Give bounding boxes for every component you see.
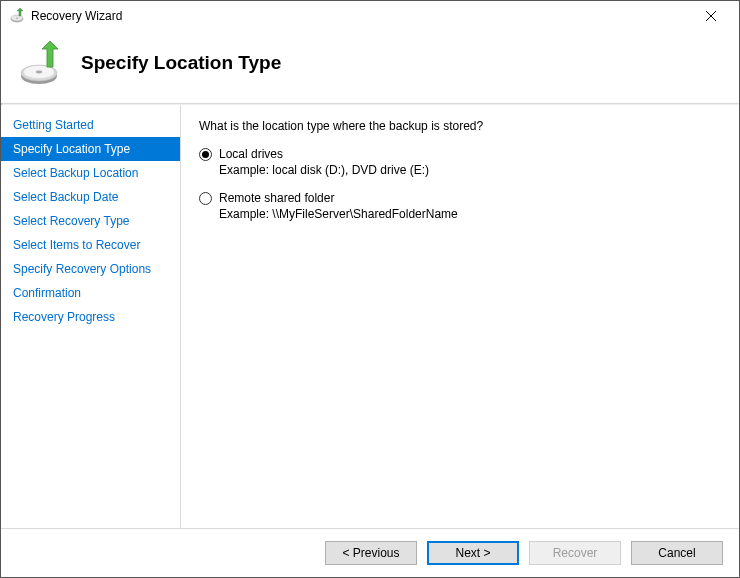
- radio-icon: [199, 192, 212, 205]
- svg-point-8: [36, 71, 42, 74]
- sidebar-item-select-items-to-recover[interactable]: Select Items to Recover: [1, 233, 180, 257]
- sidebar-item-specify-location-type[interactable]: Specify Location Type: [1, 137, 180, 161]
- example-local-drives: Example: local disk (D:), DVD drive (E:): [219, 163, 721, 177]
- radio-option-local-drives[interactable]: Local drives: [199, 147, 721, 161]
- recover-button: Recover: [529, 541, 621, 565]
- wizard-header: Specify Location Type: [1, 31, 739, 103]
- close-button[interactable]: [691, 2, 731, 30]
- wizard-body: Getting Started Specify Location Type Se…: [1, 105, 739, 528]
- cancel-button[interactable]: Cancel: [631, 541, 723, 565]
- sidebar-item-recovery-progress[interactable]: Recovery Progress: [1, 305, 180, 329]
- sidebar-item-select-recovery-type[interactable]: Select Recovery Type: [1, 209, 180, 233]
- titlebar: Recovery Wizard: [1, 1, 739, 31]
- radio-option-remote-shared-folder[interactable]: Remote shared folder: [199, 191, 721, 205]
- recovery-wizard-icon: [9, 8, 25, 24]
- svg-point-2: [16, 17, 18, 18]
- radio-label-remote-shared-folder: Remote shared folder: [219, 191, 334, 205]
- wizard-steps-sidebar: Getting Started Specify Location Type Se…: [1, 105, 181, 528]
- wizard-content: What is the location type where the back…: [181, 105, 739, 528]
- radio-label-local-drives: Local drives: [219, 147, 283, 161]
- sidebar-item-specify-recovery-options[interactable]: Specify Recovery Options: [1, 257, 180, 281]
- example-remote-shared-folder: Example: \\MyFileServer\SharedFolderName: [219, 207, 721, 221]
- sidebar-item-select-backup-date[interactable]: Select Backup Date: [1, 185, 180, 209]
- sidebar-item-select-backup-location[interactable]: Select Backup Location: [1, 161, 180, 185]
- previous-button[interactable]: < Previous: [325, 541, 417, 565]
- window-title: Recovery Wizard: [31, 9, 691, 23]
- sidebar-item-confirmation[interactable]: Confirmation: [1, 281, 180, 305]
- location-type-question: What is the location type where the back…: [199, 119, 721, 133]
- recovery-header-icon: [17, 39, 65, 87]
- page-title: Specify Location Type: [81, 52, 281, 74]
- wizard-footer: < Previous Next > Recover Cancel: [1, 528, 739, 577]
- radio-icon: [199, 148, 212, 161]
- next-button[interactable]: Next >: [427, 541, 519, 565]
- sidebar-item-getting-started[interactable]: Getting Started: [1, 113, 180, 137]
- recovery-wizard-window: Recovery Wizard Specify Location Type Ge…: [0, 0, 740, 578]
